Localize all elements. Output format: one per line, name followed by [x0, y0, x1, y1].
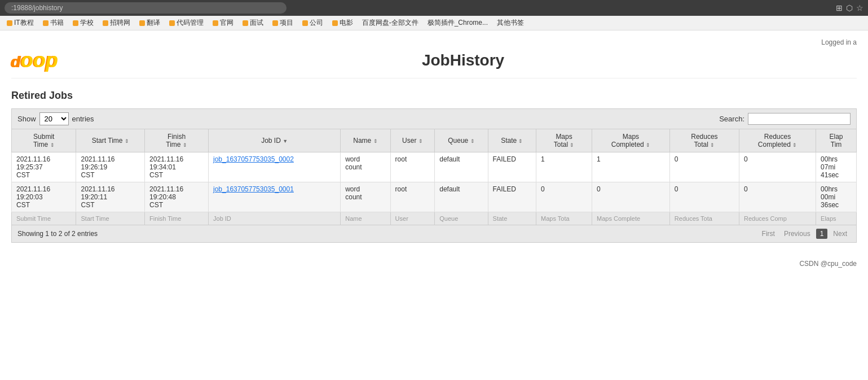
bookmark-item[interactable]: 百度网盘-全部文件: [360, 18, 421, 28]
th-submit-time[interactable]: SubmitTime ⇕: [12, 129, 76, 152]
tfoot-reduces-total: Reduces Tota: [669, 212, 739, 225]
search-input[interactable]: [748, 113, 851, 125]
bookmark-label: 代码管理: [177, 18, 204, 28]
bookmark-label: 电影: [340, 18, 353, 28]
logo-d: d: [11, 53, 21, 71]
th-user[interactable]: User ⇕: [390, 129, 435, 152]
bookmark-dot: [243, 20, 248, 26]
td-elapsed-time: 00hrs07mi41sec: [816, 152, 857, 182]
bookmark-item[interactable]: 代码管理: [167, 18, 206, 28]
bookmark-label: 百度网盘-全部文件: [362, 18, 418, 28]
td-state: FAILED: [488, 182, 536, 212]
th-job-id[interactable]: Job ID ▼: [209, 129, 341, 152]
bookmark-item[interactable]: 官网: [210, 18, 236, 28]
bookmark-item[interactable]: IT教程: [5, 18, 36, 28]
pagination-next[interactable]: Next: [830, 229, 851, 239]
table-controls: Show 20 10 50 100 entries Search:: [11, 108, 857, 129]
section-title: Retired Jobs: [11, 90, 857, 102]
th-elapsed-time: ElapTim: [816, 129, 857, 152]
job-id-link[interactable]: job_1637057753035_0001: [213, 185, 294, 193]
bookmark-item[interactable]: 学校: [71, 18, 96, 28]
footer-credit: CSDN @cpu_code: [799, 260, 857, 268]
entries-label: entries: [72, 115, 94, 123]
td-job-id: job_1637057753035_0001: [209, 182, 341, 212]
bookmark-label: 官网: [220, 18, 233, 28]
star-icon[interactable]: ☆: [856, 3, 863, 12]
bookmark-item[interactable]: 极简插件_Chrome...: [425, 18, 490, 28]
tfoot-start-time: Start Time: [76, 212, 145, 225]
bookmark-dot: [302, 20, 308, 26]
th-name[interactable]: Name ⇕: [341, 129, 390, 152]
entries-select[interactable]: 20 10 50 100: [39, 112, 69, 125]
td-user: root: [390, 152, 435, 182]
table-header-row: SubmitTime ⇕ Start Time ⇕ FinishTime ⇕ J…: [12, 129, 857, 152]
hadoop-logo: doop: [11, 49, 58, 72]
td-queue: default: [435, 152, 488, 182]
address-bar[interactable]: :19888/jobhistory: [5, 2, 287, 14]
bookmark-dot: [43, 20, 49, 26]
th-reduces-completed[interactable]: ReducesCompleted ⇕: [739, 129, 816, 152]
td-user: root: [390, 182, 435, 212]
bookmark-item[interactable]: 电影: [330, 18, 355, 28]
table-row: 2021.11.1619:20:03CST2021.11.1619:20:11C…: [12, 182, 857, 212]
td-reduces-total: 0: [669, 182, 739, 212]
table-footer: Showing 1 to 2 of 2 entries First Previo…: [11, 225, 857, 243]
browser-icons: ⊞ ⬡ ☆: [836, 3, 863, 12]
show-label: Show: [17, 115, 36, 123]
tfoot-queue: Queue: [435, 212, 488, 225]
browser-chrome: :19888/jobhistory ⊞ ⬡ ☆: [0, 0, 868, 16]
td-maps-completed: 1: [592, 152, 670, 182]
th-start-time[interactable]: Start Time ⇕: [76, 129, 145, 152]
bookmark-item[interactable]: 书籍: [41, 18, 66, 28]
td-name: wordcount: [341, 182, 390, 212]
job-id-link[interactable]: job_1637057753035_0002: [213, 155, 294, 163]
table-row: 2021.11.1619:25:37CST2021.11.1619:26:19C…: [12, 152, 857, 182]
bookmark-label: IT教程: [14, 18, 34, 28]
show-entries: Show 20 10 50 100 entries: [17, 112, 94, 125]
bookmark-dot: [272, 20, 278, 26]
td-state: FAILED: [488, 152, 536, 182]
th-queue[interactable]: Queue ⇕: [435, 129, 488, 152]
tfoot-submit-time: Submit Time: [12, 212, 76, 225]
td-elapsed-time: 00hrs00mi36sec: [816, 182, 857, 212]
bookmark-dot: [139, 20, 145, 26]
top-bar: Logged in a: [11, 36, 857, 49]
bookmark-dot: [332, 20, 338, 26]
bookmark-item[interactable]: 面试: [240, 18, 266, 28]
bookmark-item[interactable]: 招聘网: [100, 18, 133, 28]
bookmark-label: 学校: [80, 18, 94, 28]
bookmark-label: 书籍: [50, 18, 64, 28]
bookmark-label: 项目: [280, 18, 293, 28]
td-reduces-total: 0: [669, 152, 739, 182]
tfoot-reduces-comp: Reduces Comp: [739, 212, 816, 225]
grid-icon[interactable]: ⊞: [836, 3, 843, 12]
bookmark-dot: [213, 20, 218, 26]
logo-oop: oop: [21, 49, 58, 72]
td-finish-time: 2021.11.1619:34:01CST: [145, 152, 209, 182]
th-reduces-total[interactable]: ReducesTotal ⇕: [669, 129, 739, 152]
bookmark-label: 公司: [310, 18, 323, 28]
td-reduces-completed: 0: [739, 182, 816, 212]
pagination-previous[interactable]: Previous: [781, 229, 814, 239]
bookmark-item[interactable]: 项目: [270, 18, 296, 28]
td-queue: default: [435, 182, 488, 212]
bookmark-item[interactable]: 公司: [300, 18, 325, 28]
td-maps-total: 0: [536, 182, 592, 212]
bookmark-item[interactable]: 翻译: [137, 18, 162, 28]
td-submit-time: 2021.11.1619:20:03CST: [12, 182, 76, 212]
td-submit-time: 2021.11.1619:25:37CST: [12, 152, 76, 182]
th-maps-completed[interactable]: MapsCompleted ⇕: [592, 129, 670, 152]
data-table: SubmitTime ⇕ Start Time ⇕ FinishTime ⇕ J…: [11, 129, 857, 225]
pagination-current[interactable]: 1: [816, 229, 828, 239]
th-maps-total[interactable]: MapsTotal ⇕: [536, 129, 592, 152]
td-start-time: 2021.11.1619:20:11CST: [76, 182, 145, 212]
th-state[interactable]: State ⇕: [488, 129, 536, 152]
td-finish-time: 2021.11.1619:20:48CST: [145, 182, 209, 212]
search-label: Search:: [719, 115, 744, 123]
bookmark-item[interactable]: 其他书签: [495, 18, 526, 28]
th-finish-time[interactable]: FinishTime ⇕: [145, 129, 209, 152]
pagination-first[interactable]: First: [759, 229, 778, 239]
translate-icon[interactable]: ⬡: [846, 3, 853, 12]
bookmark-label: 招聘网: [110, 18, 130, 28]
pagination: First Previous 1 Next: [759, 229, 851, 239]
